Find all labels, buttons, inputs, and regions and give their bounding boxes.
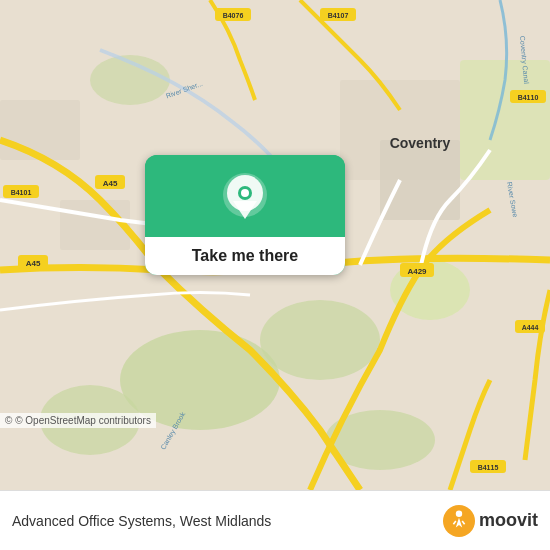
svg-text:B4076: B4076 — [223, 12, 244, 19]
svg-text:A45: A45 — [26, 259, 41, 268]
svg-text:Coventry: Coventry — [390, 135, 451, 151]
svg-point-41 — [241, 189, 249, 197]
bottom-bar: Advanced Office Systems, West Midlands m… — [0, 490, 550, 550]
svg-point-43 — [456, 510, 462, 516]
svg-text:B4110: B4110 — [518, 94, 539, 101]
svg-rect-9 — [380, 140, 460, 220]
map-attribution: © © OpenStreetMap contributors — [0, 413, 156, 428]
map-container: A45 A45 A45 A429 B4076 B4107 B4101 B4110… — [0, 0, 550, 490]
take-me-there-button[interactable]: Take me there — [145, 155, 345, 275]
svg-text:A444: A444 — [522, 324, 539, 331]
button-label: Take me there — [192, 247, 298, 264]
svg-text:B4115: B4115 — [478, 464, 499, 471]
svg-text:A45: A45 — [103, 179, 118, 188]
pin-area — [145, 155, 345, 237]
svg-text:A429: A429 — [407, 267, 427, 276]
svg-rect-10 — [0, 100, 80, 160]
svg-text:B4107: B4107 — [328, 12, 349, 19]
attribution-text: © OpenStreetMap contributors — [15, 415, 151, 426]
copyright-icon: © — [5, 415, 12, 426]
moovit-logo: moovit — [443, 505, 538, 537]
svg-point-2 — [260, 300, 380, 380]
location-pin-icon — [223, 173, 267, 227]
button-label-area: Take me there — [145, 237, 345, 275]
moovit-logo-icon — [443, 505, 475, 537]
moovit-text: moovit — [479, 510, 538, 531]
location-label: Advanced Office Systems, West Midlands — [12, 513, 435, 529]
svg-text:B4101: B4101 — [11, 189, 32, 196]
